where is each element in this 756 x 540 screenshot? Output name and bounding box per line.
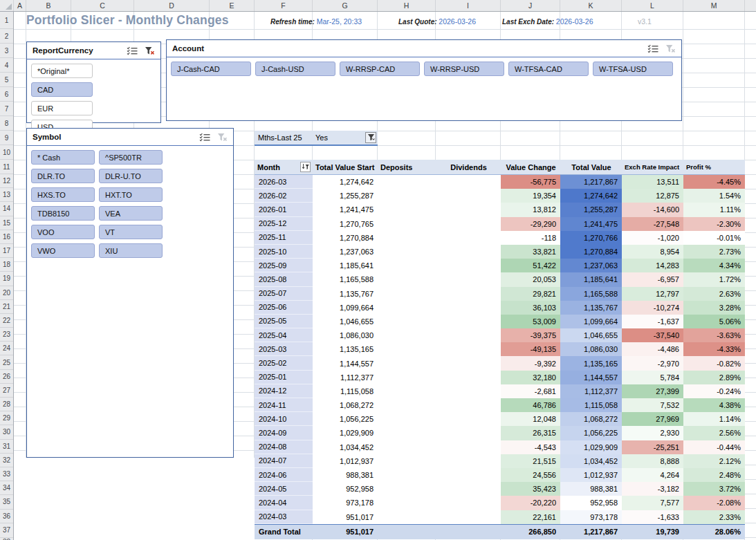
pivot-cell[interactable]: 2024-05 (255, 482, 313, 496)
pivot-grand-total-cell[interactable]: 28.06% (683, 525, 745, 539)
pivot-cell[interactable]: -118 (501, 231, 560, 245)
pivot-cell[interactable] (378, 440, 436, 454)
pivot-cell[interactable]: 2025-11 (255, 231, 313, 245)
pivot-cell[interactable]: 1,029,909 (560, 440, 622, 454)
pivot-cell[interactable]: 951,017 (313, 510, 378, 524)
pivot-cell[interactable]: 1,255,287 (313, 189, 378, 203)
column-letter-F[interactable]: F (255, 0, 313, 11)
pivot-cell[interactable]: 1,165,588 (560, 287, 622, 301)
pivot-column-header[interactable]: Deposits (378, 160, 436, 174)
slicer-item-voo[interactable]: VOO (31, 225, 95, 239)
pivot-cell[interactable] (378, 217, 436, 231)
pivot-cell[interactable]: 2024-06 (255, 468, 313, 482)
pivot-cell[interactable]: -6,957 (622, 272, 683, 286)
pivot-cell[interactable]: -4,486 (622, 342, 683, 356)
pivot-cell[interactable]: 1,056,225 (560, 426, 622, 440)
pivot-cell[interactable]: 1,012,937 (313, 454, 378, 468)
pivot-cell[interactable]: 2.89% (683, 371, 745, 384)
pivot-cell[interactable] (436, 217, 501, 231)
report-filter-value[interactable]: Yes (313, 133, 365, 142)
row-number-11[interactable]: 11 (0, 160, 13, 174)
row-number-37[interactable]: 37 (0, 523, 13, 538)
pivot-cell[interactable]: 3.72% (683, 482, 745, 496)
pivot-cell[interactable]: -14,600 (622, 203, 683, 216)
pivot-cell[interactable]: -25,251 (622, 440, 683, 454)
row-number-28[interactable]: 28 (0, 398, 13, 411)
pivot-cell[interactable]: -56,775 (501, 175, 560, 189)
pivot-cell[interactable] (436, 287, 501, 301)
pivot-cell[interactable]: 1,144,557 (560, 371, 622, 384)
pivot-cell[interactable] (436, 356, 501, 370)
pivot-cell[interactable] (378, 426, 436, 440)
pivot-grand-total-cell[interactable]: Grand Total (255, 525, 313, 539)
pivot-cell[interactable] (378, 315, 436, 328)
column-letter-L[interactable]: L (622, 0, 683, 11)
pivot-cell[interactable]: 53,009 (501, 315, 560, 328)
pivot-cell[interactable] (436, 482, 501, 496)
pivot-cell[interactable]: 4.38% (683, 398, 745, 412)
column-letter-K[interactable]: K (560, 0, 622, 11)
row-number-16[interactable]: 16 (0, 230, 13, 244)
pivot-cell[interactable]: 1.72% (683, 272, 745, 286)
pivot-cell[interactable]: 2025-12 (255, 217, 313, 231)
pivot-cell[interactable] (378, 231, 436, 245)
pivot-cell[interactable]: 952,958 (560, 496, 622, 510)
pivot-cell[interactable]: 29,821 (501, 287, 560, 301)
slicer-item-w-tfsa-cad[interactable]: W-TFSA-CAD (508, 62, 589, 76)
pivot-cell[interactable]: 1,185,641 (313, 259, 378, 272)
pivot-cell[interactable]: 2024-04 (255, 496, 313, 510)
pivot-cell[interactable]: 2025-07 (255, 287, 313, 301)
slicer-item-xiu[interactable]: XIU (99, 243, 163, 258)
pivot-grand-total-cell[interactable]: 19,739 (622, 525, 683, 539)
column-letter-B[interactable]: B (26, 0, 71, 11)
column-letter-I[interactable]: I (436, 0, 501, 11)
multi-select-icon[interactable] (645, 42, 661, 55)
row-number-36[interactable]: 36 (0, 510, 13, 523)
clear-filter-icon[interactable] (663, 42, 678, 55)
pivot-cell[interactable]: 1,046,655 (313, 315, 378, 328)
pivot-cell[interactable]: 1,115,058 (313, 384, 378, 398)
slicer-item-vwo[interactable]: VWO (31, 243, 95, 258)
pivot-cell[interactable]: -1,020 (622, 231, 683, 245)
pivot-cell[interactable] (436, 301, 501, 315)
pivot-cell[interactable]: -2,681 (501, 384, 560, 398)
row-number-21[interactable]: 21 (0, 300, 13, 314)
pivot-cell[interactable] (436, 272, 501, 286)
pivot-column-header[interactable]: Dividends (436, 160, 501, 174)
pivot-cell[interactable]: -0.82% (683, 356, 745, 370)
pivot-cell[interactable]: 12,875 (622, 189, 683, 203)
pivot-cell[interactable]: 13,812 (501, 203, 560, 216)
pivot-cell[interactable] (436, 342, 501, 356)
row-number-7[interactable]: 7 (0, 102, 13, 116)
pivot-cell[interactable]: 26,315 (501, 426, 560, 440)
pivot-cell[interactable]: -0.01% (683, 231, 745, 245)
pivot-cell[interactable]: 1,270,766 (560, 231, 622, 245)
slicer-item-dlr-to[interactable]: DLR.TO (31, 169, 95, 183)
pivot-cell[interactable]: 2.33% (683, 510, 745, 524)
pivot-cell[interactable]: 5.06% (683, 315, 745, 328)
slicer-item-j-cash-cad[interactable]: J-Cash-CAD (171, 62, 251, 76)
pivot-cell[interactable]: 2,930 (622, 426, 683, 440)
pivot-cell[interactable]: 1,135,165 (313, 342, 378, 356)
pivot-cell[interactable]: -20,220 (501, 496, 560, 510)
pivot-cell[interactable]: 2024-03 (255, 510, 313, 524)
pivot-cell[interactable]: 2025-02 (255, 356, 313, 370)
pivot-cell[interactable]: -49,135 (501, 342, 560, 356)
row-number-5[interactable]: 5 (0, 73, 13, 87)
slicer-item-w-tfsa-usd[interactable]: W-TFSA-USD (593, 62, 673, 76)
pivot-cell[interactable]: 2026-03 (255, 175, 313, 189)
slicer-item-dlr-u-to[interactable]: DLR-U.TO (99, 169, 163, 183)
pivot-cell[interactable]: -4,543 (501, 440, 560, 454)
pivot-cell[interactable] (378, 272, 436, 286)
slicer-item-vea[interactable]: VEA (99, 206, 163, 221)
pivot-cell[interactable]: 24,556 (501, 468, 560, 482)
pivot-cell[interactable]: 2026-02 (255, 189, 313, 203)
slicer-item--original-[interactable]: *Original* (31, 64, 93, 78)
pivot-cell[interactable] (436, 315, 501, 328)
pivot-cell[interactable] (378, 189, 436, 203)
pivot-cell[interactable]: 1.54% (683, 189, 745, 203)
pivot-cell[interactable]: 12,797 (622, 287, 683, 301)
pivot-cell[interactable]: -10,274 (622, 301, 683, 315)
pivot-cell[interactable]: 1,135,767 (560, 301, 622, 315)
pivot-cell[interactable] (436, 189, 501, 203)
